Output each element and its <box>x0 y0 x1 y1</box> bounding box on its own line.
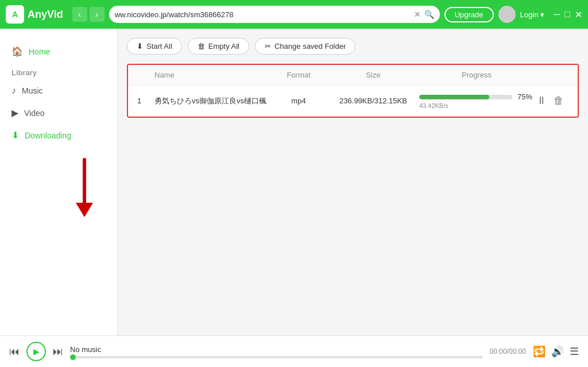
progress-pct: 75% <box>516 92 534 101</box>
sidebar-item-music[interactable]: ♪ Music <box>0 80 117 102</box>
row-size: 236.99KB/312.15KB <box>327 96 419 105</box>
folder-icon: ✂ <box>265 42 271 51</box>
main-layout: 🏠 Home Library ♪ Music ▶ Video ⬇ Downloa… <box>0 29 588 335</box>
url-text: ww.nicovideo.jp/watch/sm36866278 <box>115 10 411 19</box>
row-num: 1 <box>137 96 154 105</box>
content-area: ⬇ Start All 🗑 Empty All ✂ Change saved F… <box>118 29 588 335</box>
row-actions: ⏸ 🗑 <box>534 94 568 108</box>
maximize-button[interactable]: □ <box>564 9 570 20</box>
player-time: 00:00/00:00 <box>490 347 526 356</box>
volume-button[interactable]: 🔊 <box>551 345 564 358</box>
download-icon: ⬇ <box>11 130 19 141</box>
progress-bar-wrap <box>419 95 512 99</box>
repeat-button[interactable]: 🔁 <box>533 345 546 358</box>
sidebar-item-video[interactable]: ▶ Video <box>0 102 117 124</box>
sidebar-label-video: Video <box>24 109 45 118</box>
sidebar-item-downloading[interactable]: ⬇ Downloading <box>0 124 117 146</box>
sidebar-label-downloading: Downloading <box>25 131 71 140</box>
header-name: Name <box>154 71 270 79</box>
row-name: 勇気ちひろvs御伽原江良vs樋口楓 <box>154 96 270 106</box>
arrow-shaft <box>83 158 86 204</box>
header-size: Size <box>327 71 419 79</box>
table-row: 1 勇気ちひろvs御伽原江良vs樋口楓 mp4 236.99KB/312.15K… <box>128 86 578 117</box>
app-logo: A AnyVid <box>6 5 63 24</box>
app-name: AnyVid <box>28 9 63 21</box>
player-progress-bar[interactable] <box>70 356 483 358</box>
url-bar[interactable]: ww.nicovideo.jp/watch/sm36866278 ✕ 🔍 <box>109 6 440 23</box>
trash-icon: 🗑 <box>198 42 205 51</box>
arrow-annotation <box>52 158 117 217</box>
upgrade-button[interactable]: Upgrade <box>444 7 494 22</box>
nav-arrows: ‹ › <box>72 7 105 22</box>
prev-button[interactable]: ⏮ <box>9 346 20 358</box>
forward-button[interactable]: › <box>90 7 105 22</box>
table-header: Name Format Size Progress <box>128 65 578 86</box>
playlist-button[interactable]: ☰ <box>570 345 579 358</box>
header-progress: Progress <box>419 71 534 79</box>
header-format: Format <box>270 71 327 79</box>
search-icon[interactable]: 🔍 <box>424 10 434 19</box>
empty-all-label: Empty All <box>208 42 239 51</box>
home-icon: 🏠 <box>11 46 23 57</box>
download-table: Name Format Size Progress 1 勇気ちひろvs御伽原江良… <box>127 64 579 118</box>
titlebar: A AnyVid ‹ › ww.nicovideo.jp/watch/sm368… <box>0 0 588 29</box>
sidebar-section-label: Library <box>0 63 117 80</box>
minimize-button[interactable]: ─ <box>554 9 560 20</box>
arrow-head <box>76 203 93 217</box>
window-controls: ─ □ ✕ <box>554 9 582 20</box>
play-button[interactable]: ▶ <box>26 342 46 361</box>
start-all-button[interactable]: ⬇ Start All <box>127 38 182 55</box>
delete-button[interactable]: 🗑 <box>551 94 566 108</box>
empty-all-button[interactable]: 🗑 Empty All <box>188 38 249 55</box>
toolbar: ⬇ Start All 🗑 Empty All ✂ Change saved F… <box>127 38 579 55</box>
player-title: No music <box>70 345 483 354</box>
url-close-icon[interactable]: ✕ <box>414 10 421 19</box>
player-info: No music <box>70 345 483 358</box>
avatar[interactable] <box>498 6 516 23</box>
pause-button[interactable]: ⏸ <box>534 94 549 108</box>
progress-bar-fill <box>419 95 489 99</box>
player-dot <box>70 354 76 360</box>
login-button[interactable]: Login ▾ <box>520 10 544 19</box>
logo-icon: A <box>6 5 24 24</box>
change-folder-label: Change saved Folder <box>274 42 346 51</box>
progress-speed: 43.42KB/s <box>419 102 534 109</box>
row-progress: 75% 43.42KB/s <box>419 92 534 109</box>
sidebar: 🏠 Home Library ♪ Music ▶ Video ⬇ Downloa… <box>0 29 118 335</box>
player-controls-right: 🔁 🔊 ☰ <box>533 345 579 358</box>
back-button[interactable]: ‹ <box>72 7 87 22</box>
start-all-label: Start All <box>146 42 172 51</box>
music-icon: ♪ <box>11 86 16 96</box>
sidebar-label-music: Music <box>22 86 43 95</box>
row-format: mp4 <box>270 96 327 105</box>
download-icon-btn: ⬇ <box>137 42 143 51</box>
sidebar-label-home: Home <box>29 47 50 56</box>
next-button[interactable]: ⏭ <box>53 346 63 358</box>
change-folder-button[interactable]: ✂ Change saved Folder <box>255 38 355 55</box>
close-button[interactable]: ✕ <box>575 9 582 20</box>
sidebar-item-home[interactable]: 🏠 Home <box>0 40 117 63</box>
video-icon: ▶ <box>11 107 18 118</box>
player-bar: ⏮ ▶ ⏭ No music 00:00/00:00 🔁 🔊 ☰ <box>0 335 588 367</box>
